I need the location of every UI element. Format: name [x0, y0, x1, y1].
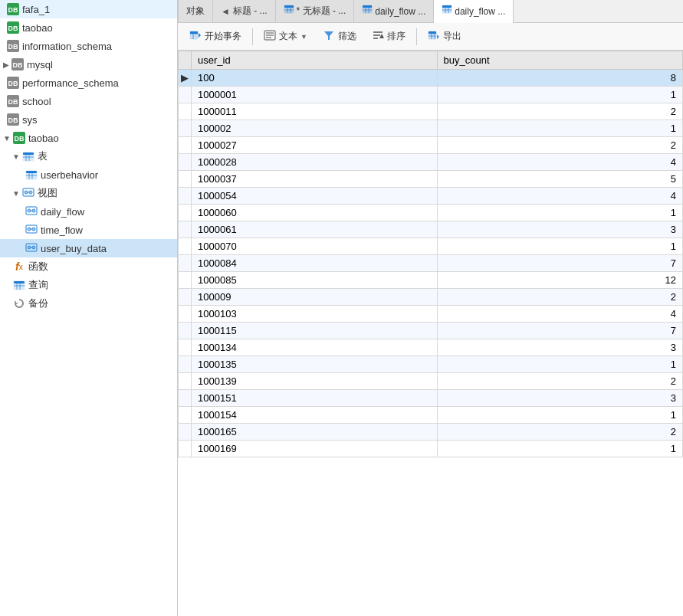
sidebar-item-userbehavior[interactable]: userbehavior [0, 165, 177, 184]
tab-title[interactable]: ◄ 标题 - ... [213, 0, 276, 22]
begin-transaction-button[interactable]: 开始事务 [182, 26, 248, 47]
table-row[interactable]: 10000375 [179, 171, 683, 188]
table-row[interactable]: 1000092 [179, 289, 683, 306]
table-row[interactable]: 10000601 [179, 205, 683, 221]
table-row[interactable]: 10000613 [179, 221, 683, 238]
row-indicator [179, 356, 192, 373]
table-row[interactable]: 1000021 [179, 120, 683, 137]
sidebar-item-chaxun[interactable]: 查询 [0, 276, 177, 294]
row-indicator [179, 120, 192, 137]
table-row[interactable]: 10001034 [179, 306, 683, 323]
cell-buy-count: 7 [437, 255, 683, 272]
begin-transaction-label: 开始事务 [205, 30, 241, 43]
export-button[interactable]: 导出 [421, 26, 468, 47]
svg-point-36 [33, 210, 34, 211]
table-row[interactable]: 100008512 [179, 272, 683, 289]
table-row[interactable]: 10001652 [179, 424, 683, 441]
cell-user-id: 1000084 [192, 255, 438, 272]
svg-marker-74 [199, 33, 201, 38]
chevron-icon-biao: ▼ [12, 152, 20, 161]
sidebar-item-sys[interactable]: DB sys [0, 110, 177, 129]
sidebar-item-mysql[interactable]: ▶ DB mysql [0, 55, 177, 74]
row-indicator [179, 390, 192, 407]
column-header-buy-count[interactable]: buy_count [437, 51, 683, 70]
table-row[interactable]: 10000701 [179, 238, 683, 255]
toolbar: 开始事务 文本 ▼ 筛选 [178, 23, 683, 51]
cell-user-id: 1000169 [192, 441, 438, 457]
sidebar-item-performance-schema[interactable]: DB performance_schema [0, 74, 177, 92]
sidebar-item-user-buy-data[interactable]: user_buy_data [0, 239, 177, 257]
cell-buy-count: 4 [437, 188, 683, 205]
table-row[interactable]: 10000284 [179, 154, 683, 171]
row-indicator [179, 221, 192, 238]
column-header-user-id[interactable]: user_id [192, 51, 438, 70]
table-row[interactable]: 10000272 [179, 137, 683, 154]
sidebar-item-fafa1[interactable]: DB fafa_1 [0, 0, 177, 18]
table-row[interactable]: 10001343 [179, 339, 683, 356]
svg-point-48 [33, 247, 34, 248]
cell-buy-count: 2 [437, 289, 683, 306]
sidebar-item-hanshu[interactable]: fx 函数 [0, 257, 177, 276]
sidebar-item-biao[interactable]: ▼ 表 [0, 147, 177, 165]
cell-user-id: 1000103 [192, 306, 438, 323]
db-green-icon2: DB [6, 21, 20, 34]
table-row[interactable]: 10001351 [179, 356, 683, 373]
cell-user-id: 100 [192, 70, 438, 87]
cell-user-id: 1000151 [192, 390, 438, 407]
cell-buy-count: 4 [437, 306, 683, 323]
sidebar-label-daily-flow: daily_flow [41, 206, 84, 218]
cell-buy-count: 7 [437, 323, 683, 339]
svg-text:DB: DB [8, 98, 18, 106]
svg-point-34 [28, 210, 30, 211]
table-row[interactable]: 10000011 [179, 87, 683, 103]
cell-buy-count: 2 [437, 373, 683, 390]
chevron-icon-mysql: ▶ [3, 61, 9, 69]
table-header-row: user_id buy_count [179, 51, 683, 70]
data-table-container[interactable]: user_id buy_count ▶100810000011100001121… [178, 51, 683, 616]
svg-point-46 [28, 247, 30, 248]
cell-user-id: 1000115 [192, 323, 438, 339]
sidebar-item-taobao[interactable]: ▼ DB taobao [0, 129, 177, 147]
cell-buy-count: 3 [437, 390, 683, 407]
sidebar-item-beifen[interactable]: 备份 [0, 294, 177, 313]
cell-user-id: 1000027 [192, 137, 438, 154]
text-button[interactable]: 文本 ▼ [257, 26, 314, 47]
tab-daily-flow1[interactable]: daily_flow ... [354, 0, 434, 22]
table-row[interactable]: 10001513 [179, 390, 683, 407]
export-icon [428, 29, 440, 44]
view-icon-time-flow [25, 223, 38, 237]
row-indicator [179, 272, 192, 289]
table-row[interactable]: 10000112 [179, 103, 683, 120]
sort-button[interactable]: 排序 [365, 26, 412, 47]
table-row[interactable]: 10001691 [179, 441, 683, 457]
tab-untitled[interactable]: * 无标题 - ... [276, 0, 355, 22]
cell-user-id: 1000011 [192, 103, 438, 120]
sidebar-item-school[interactable]: DB school [0, 92, 177, 110]
table-row[interactable]: 10001392 [179, 373, 683, 390]
tab-object[interactable]: 对象 [178, 0, 213, 22]
cell-buy-count: 1 [437, 238, 683, 255]
table-row[interactable]: 10000544 [179, 188, 683, 205]
sidebar-label-shitu: 视图 [38, 186, 57, 200]
tab-daily-flow2[interactable]: daily_flow ... [434, 0, 514, 23]
cell-buy-count: 5 [437, 171, 683, 188]
svg-marker-89 [437, 34, 439, 39]
cell-user-id: 1000139 [192, 373, 438, 390]
row-indicator [179, 306, 192, 323]
table-row[interactable]: 10000847 [179, 255, 683, 272]
table-row[interactable]: ▶1008 [179, 70, 683, 87]
view-tab-icon1 [362, 5, 373, 18]
filter-button[interactable]: 筛选 [316, 26, 363, 47]
cell-buy-count: 12 [437, 272, 683, 289]
sidebar-item-daily-flow[interactable]: daily_flow [0, 202, 177, 221]
table-body: ▶100810000011100001121000021100002721000… [179, 70, 683, 457]
table-row[interactable]: 10001541 [179, 407, 683, 424]
sidebar-item-information-schema[interactable]: DB information_schema [0, 37, 177, 55]
svg-text:DB: DB [8, 80, 18, 87]
svg-rect-22 [26, 171, 37, 173]
table-row[interactable]: 10001157 [179, 323, 683, 339]
sidebar-item-time-flow[interactable]: time_flow [0, 221, 177, 239]
sidebar-item-taobao-top[interactable]: DB taobao [0, 18, 177, 37]
sidebar-item-shitu[interactable]: ▼ 视图 [0, 184, 177, 202]
db-gray-icon: DB [6, 39, 20, 53]
